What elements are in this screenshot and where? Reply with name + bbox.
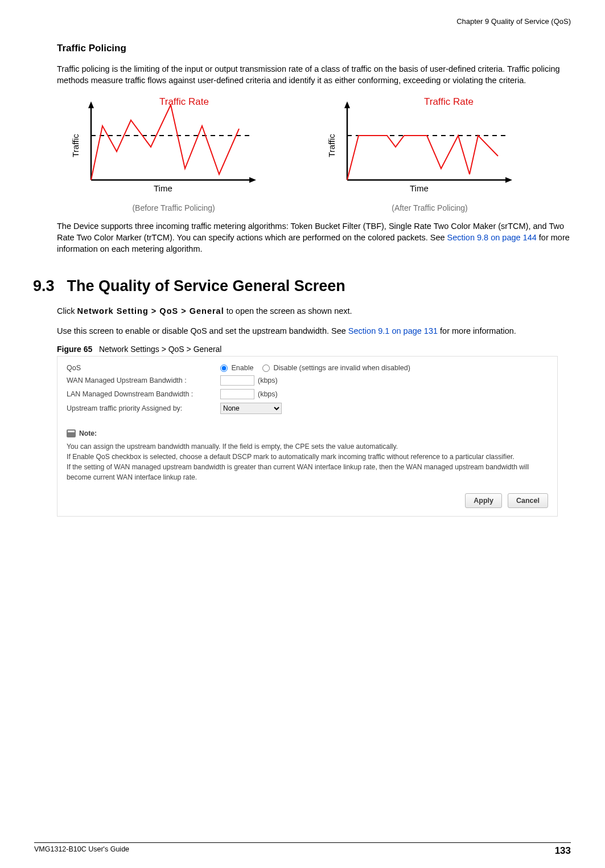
unit-kbps: (kbps) <box>258 390 278 398</box>
svg-marker-6 <box>344 101 350 108</box>
svg-marker-8 <box>505 177 512 183</box>
chart-after: Traffic Time Traffic Rate <box>313 95 546 197</box>
link-section-9-1[interactable]: Section 9.1 on page 131 <box>348 326 438 335</box>
page-number: 133 <box>555 845 571 857</box>
note-box: Note: You can assign the upstream bandwi… <box>67 428 548 482</box>
apply-button[interactable]: Apply <box>465 493 502 508</box>
input-wan-bw[interactable] <box>220 375 254 386</box>
axis-x-label: Time <box>410 183 429 193</box>
note-line: If the setting of WAN managed upstream b… <box>67 462 548 483</box>
figure-label: Figure 65 Network Settings > QoS > Gener… <box>57 345 571 354</box>
qos-general-form: QoS Enable Disable (settings are invalid… <box>57 356 558 517</box>
radio-enable[interactable]: Enable <box>220 364 253 372</box>
section-title-traffic-policing: Traffic Policing <box>57 43 571 54</box>
axis-y-label: Traffic <box>71 133 80 157</box>
paragraph: The Device supports three incoming traff… <box>57 220 571 255</box>
axis-y-label: Traffic <box>327 133 336 157</box>
footer-guide: VMG1312-B10C User's Guide <box>34 845 129 857</box>
select-upstream-priority[interactable]: None <box>220 403 282 414</box>
label-lan-bw: LAN Managed Downstream Bandwidth : <box>67 390 220 398</box>
link-section-9-8[interactable]: Section 9.8 on page 144 <box>447 233 537 242</box>
note-line: If Enable QoS checkbox is selected, choo… <box>67 452 548 462</box>
note-icon <box>67 429 76 437</box>
chart-caption-after: (After Traffic Policing) <box>313 203 546 212</box>
label-wan-bw: WAN Managed Upstream Bandwidth : <box>67 376 220 384</box>
heading-9-3: 9.3 The Quality of Service General Scree… <box>33 277 571 295</box>
cancel-button[interactable]: Cancel <box>508 493 548 508</box>
axis-x-label: Time <box>154 183 172 193</box>
threshold-label: Traffic Rate <box>424 96 474 107</box>
chart-before: Traffic Time Traffic Rate <box>57 95 290 197</box>
note-line: You can assign the upstream bandwidth ma… <box>67 441 548 452</box>
paragraph: Traffic policing is the limiting of the … <box>57 63 571 87</box>
svg-marker-1 <box>88 101 94 108</box>
unit-kbps: (kbps) <box>258 376 278 384</box>
label-upstream-priority: Upstream traffic priority Assigned by: <box>67 404 220 412</box>
chart-caption-before: (Before Traffic Policing) <box>57 203 290 212</box>
paragraph: Click Network Setting > QoS > General to… <box>57 305 571 317</box>
input-lan-bw[interactable] <box>220 389 254 399</box>
note-title: Note: <box>79 428 97 439</box>
threshold-label: Traffic Rate <box>159 96 209 107</box>
paragraph: Use this screen to enable or disable QoS… <box>57 325 571 337</box>
nav-path: Network Setting > QoS > General <box>77 306 224 316</box>
chapter-header: Chapter 9 Quality of Service (QoS) <box>57 17 571 26</box>
label-qos: QoS <box>67 364 220 372</box>
svg-marker-3 <box>249 177 256 183</box>
radio-disable[interactable]: Disable (settings are invalid when disab… <box>262 364 410 372</box>
traffic-policing-diagrams: Traffic Time Traffic Rate (Before Traffi… <box>57 95 571 212</box>
